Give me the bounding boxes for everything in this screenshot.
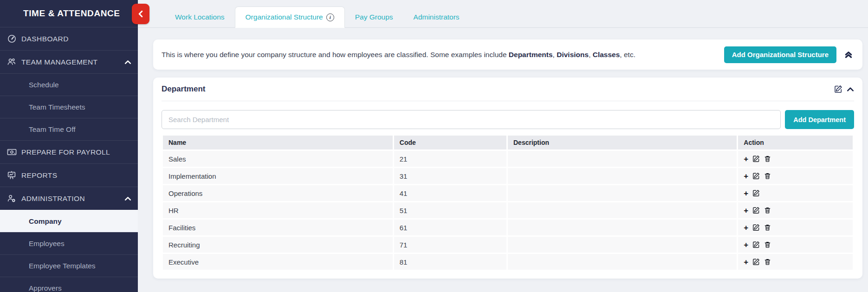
cell-name: HR: [163, 202, 393, 218]
sidebar-item-administration[interactable]: ADMINISTRATION: [0, 187, 138, 210]
sidebar-item-team-timesheets[interactable]: Team Timesheets: [0, 96, 138, 118]
cell-description: [508, 220, 737, 235]
cell-action: +: [738, 151, 853, 167]
cell-description: [508, 237, 737, 253]
cell-code: 31: [394, 168, 506, 184]
add-child-icon[interactable]: +: [744, 224, 748, 232]
tab-bar: Work Locations Organizational Structure …: [138, 0, 868, 28]
cell-code: 51: [394, 202, 506, 218]
app-title: TIME & ATTENDANCE: [0, 0, 138, 27]
sidebar-item-reports[interactable]: REPORTS: [0, 163, 138, 187]
table-row: Sales 21 +: [163, 151, 853, 167]
collapse-all-icon[interactable]: [844, 50, 853, 59]
sidebar-item-employee-templates[interactable]: Employee Templates: [0, 254, 138, 277]
search-department-input[interactable]: [162, 110, 781, 129]
dashboard-icon: [6, 34, 18, 44]
department-card: Department Add Department Name Code Desc: [153, 78, 862, 279]
team-icon: [6, 58, 18, 67]
table-row: HR 51 +: [163, 202, 853, 218]
edit-section-icon[interactable]: [834, 85, 842, 93]
cell-code: 71: [394, 237, 506, 253]
department-table: Name Code Description Action Sales 21 +: [162, 134, 854, 271]
cell-code: 61: [394, 220, 506, 235]
sidebar-item-company[interactable]: Company: [0, 210, 138, 232]
edit-row-icon[interactable]: [752, 207, 760, 214]
cell-name: Recruiting: [163, 237, 393, 253]
cell-description: [508, 151, 737, 167]
delete-row-icon[interactable]: [764, 172, 771, 180]
cell-code: 41: [394, 185, 506, 201]
sidebar-item-prepare-for-payroll[interactable]: PREPARE FOR PAYROLL: [0, 140, 138, 163]
tab-work-locations[interactable]: Work Locations: [165, 6, 235, 28]
cell-action: +: [738, 202, 853, 218]
cell-description: [508, 185, 737, 201]
sidebar-item-label: PREPARE FOR PAYROLL: [21, 148, 110, 156]
delete-row-icon[interactable]: [764, 241, 771, 248]
chevron-up-icon[interactable]: [124, 195, 131, 203]
edit-row-icon[interactable]: [752, 189, 760, 197]
sidebar-item-label: DASHBOARD: [21, 35, 69, 43]
sidebar: TIME & ATTENDANCE DASHBOARD TEAM MANAGEM…: [0, 0, 138, 292]
tab-administrators[interactable]: Administrators: [403, 6, 470, 28]
add-child-icon[interactable]: +: [744, 241, 748, 249]
sidebar-item-label: ADMINISTRATION: [21, 195, 85, 203]
tab-pay-groups[interactable]: Pay Groups: [345, 6, 403, 28]
column-header-action: Action: [738, 136, 853, 149]
sidebar-item-dashboard[interactable]: DASHBOARD: [0, 27, 138, 50]
info-icon[interactable]: i: [326, 13, 334, 21]
cell-description: [508, 168, 737, 184]
payroll-icon: [6, 148, 18, 157]
add-organizational-structure-button[interactable]: Add Organizational Structure: [724, 46, 836, 63]
sidebar-item-employees[interactable]: Employees: [0, 232, 138, 254]
sidebar-item-label: TEAM MANAGEMENT: [21, 58, 97, 66]
column-header-code: Code: [394, 136, 506, 149]
add-child-icon[interactable]: +: [744, 189, 748, 197]
table-row: Facilities 61 +: [163, 220, 853, 235]
column-header-name: Name: [163, 136, 393, 149]
add-child-icon[interactable]: +: [744, 155, 748, 163]
main-content: Work Locations Organizational Structure …: [138, 0, 868, 292]
column-header-description: Description: [508, 136, 737, 149]
cell-name: Sales: [163, 151, 393, 167]
sidebar-collapse-button[interactable]: [132, 4, 149, 24]
add-child-icon[interactable]: +: [744, 258, 748, 266]
department-card-header: Department: [162, 78, 854, 101]
edit-row-icon[interactable]: [752, 155, 760, 162]
cell-description: [508, 202, 737, 218]
add-child-icon[interactable]: +: [744, 172, 748, 180]
edit-row-icon[interactable]: [752, 258, 760, 266]
tab-organizational-structure[interactable]: Organizational Structure i: [235, 6, 345, 28]
edit-row-icon[interactable]: [752, 172, 760, 180]
department-toolbar: Add Department: [162, 110, 854, 129]
reports-icon: [6, 171, 18, 180]
table-header-row: Name Code Description Action: [163, 136, 853, 149]
edit-row-icon[interactable]: [752, 224, 760, 231]
add-department-button[interactable]: Add Department: [785, 110, 854, 129]
delete-row-icon[interactable]: [764, 224, 771, 231]
add-child-icon[interactable]: +: [744, 207, 748, 214]
sidebar-item-schedule[interactable]: Schedule: [0, 73, 138, 96]
cell-action: +: [738, 254, 853, 270]
sidebar-item-label: REPORTS: [21, 171, 57, 180]
sidebar-item-approvers[interactable]: Approvers: [0, 277, 138, 292]
cell-name: Operations: [163, 185, 393, 201]
cell-action: +: [738, 237, 853, 253]
delete-row-icon[interactable]: [764, 155, 771, 162]
delete-row-icon[interactable]: [764, 207, 771, 214]
sidebar-item-team-management[interactable]: TEAM MANAGEMENT: [0, 50, 138, 73]
sidebar-item-team-time-off[interactable]: Team Time Off: [0, 118, 138, 140]
chevron-up-icon[interactable]: [124, 58, 131, 66]
collapse-section-icon[interactable]: [847, 87, 854, 92]
table-row: Recruiting 71 +: [163, 237, 853, 253]
department-title: Department: [162, 84, 205, 94]
cell-name: Implementation: [163, 168, 393, 184]
cell-code: 81: [394, 254, 506, 270]
description-card: This is where you define your company st…: [153, 39, 862, 70]
edit-row-icon[interactable]: [752, 241, 760, 248]
description-text: This is where you define your company st…: [162, 51, 635, 59]
cell-description: [508, 254, 737, 270]
chevron-left-icon: [138, 10, 143, 18]
table-row: Executive 81 +: [163, 254, 853, 270]
admin-icon: [6, 194, 18, 203]
delete-row-icon[interactable]: [764, 258, 771, 266]
